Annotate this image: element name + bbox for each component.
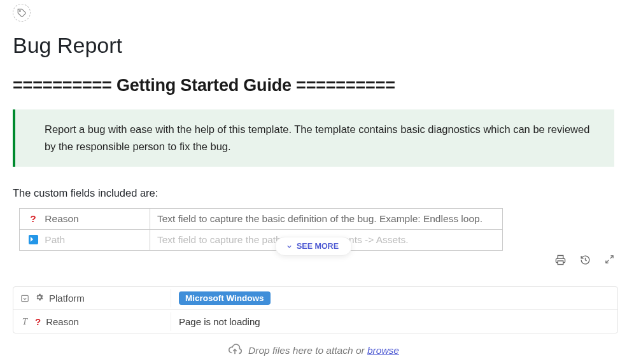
svg-line-2 — [610, 256, 613, 258]
see-more-label: SEE MORE — [297, 242, 339, 251]
custom-fields-panel: Platform Microsoft Windows T ? Reason Pa… — [13, 286, 618, 333]
field-row-reason[interactable]: T ? Reason Page is not loading — [13, 310, 617, 333]
table-row: Path Text field to capture the path PC -… — [20, 230, 503, 251]
guide-intro: The custom fields included are: — [13, 187, 614, 199]
svg-rect-1 — [558, 261, 563, 265]
field-value: Page is not loading — [171, 312, 617, 331]
history-icon — [580, 255, 591, 265]
question-icon: ? — [27, 213, 39, 225]
guide-table: ? Reason Text field to capture the basic… — [19, 208, 503, 251]
gear-icon — [35, 293, 44, 304]
path-icon — [27, 234, 39, 246]
guide-heading: ========== Getting Started Guide =======… — [13, 76, 614, 95]
tag-icon — [17, 8, 27, 18]
svg-line-3 — [606, 260, 609, 263]
field-name: Reason — [46, 316, 79, 327]
field-row-platform[interactable]: Platform Microsoft Windows — [13, 287, 617, 310]
expand-icon — [605, 255, 614, 264]
field-name: Platform — [49, 293, 85, 304]
select-type-icon — [20, 294, 30, 303]
add-tag-button[interactable] — [13, 4, 31, 22]
svg-rect-4 — [22, 295, 29, 301]
printer-icon — [555, 255, 566, 265]
expand-button[interactable] — [605, 255, 614, 265]
svg-point-0 — [19, 10, 20, 11]
dropzone-text: Drop files here to attach or — [248, 345, 367, 356]
browse-link[interactable]: browse — [367, 345, 399, 356]
history-button[interactable] — [580, 255, 591, 265]
platform-badge[interactable]: Microsoft Windows — [179, 291, 271, 305]
guide-callout: Report a bug with ease with the help of … — [13, 109, 614, 167]
page-title: Bug Report — [13, 33, 614, 58]
guide-row-label: Path — [45, 234, 65, 245]
print-button[interactable] — [555, 255, 566, 265]
guide-row-desc: Text field to capture the basic definiti… — [150, 209, 503, 230]
question-icon: ? — [35, 316, 41, 327]
text-type-icon: T — [20, 316, 30, 327]
chevron-down-icon — [286, 243, 293, 250]
cloud-upload-icon — [228, 342, 242, 359]
attachment-dropzone[interactable]: Drop files here to attach or browse — [0, 337, 627, 364]
action-bar — [555, 255, 614, 265]
see-more-button[interactable]: SEE MORE — [275, 237, 352, 256]
table-row: ? Reason Text field to capture the basic… — [20, 209, 503, 230]
guide-row-label: Reason — [45, 213, 78, 224]
